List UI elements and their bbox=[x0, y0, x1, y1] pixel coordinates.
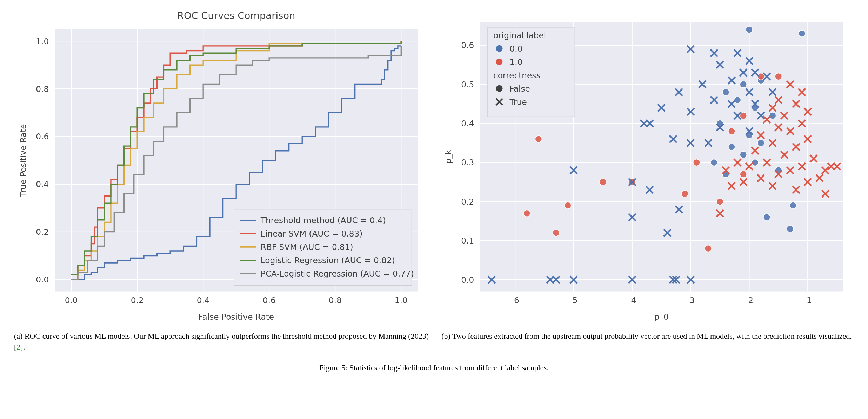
svg-text:1.0: 1.0 bbox=[395, 295, 408, 305]
svg-text:ROC Curves Comparison: ROC Curves Comparison bbox=[177, 10, 295, 21]
svg-point-263 bbox=[496, 59, 502, 65]
svg-point-266 bbox=[496, 85, 502, 92]
subfigure-a-text-prefix: ROC curve of various ML models. Our ML a… bbox=[14, 332, 429, 352]
svg-point-73 bbox=[734, 97, 741, 103]
svg-text:PCA-Logistic Regression (AUC =: PCA-Logistic Regression (AUC = 0.77) bbox=[261, 269, 414, 278]
svg-point-85 bbox=[790, 202, 796, 209]
svg-point-97 bbox=[553, 230, 559, 236]
svg-point-81 bbox=[752, 159, 759, 166]
figure-number: Figure 5: bbox=[319, 363, 347, 372]
svg-point-95 bbox=[523, 210, 530, 217]
svg-point-78 bbox=[757, 140, 764, 146]
svg-text:0.0: 0.0 bbox=[36, 275, 49, 284]
svg-point-69 bbox=[799, 30, 805, 37]
figure-caption-text: Statistics of log-likelihood features fr… bbox=[349, 363, 549, 372]
svg-point-93 bbox=[600, 179, 606, 185]
svg-text:0.5: 0.5 bbox=[461, 80, 474, 89]
svg-point-89 bbox=[775, 73, 782, 80]
svg-point-102 bbox=[740, 171, 747, 178]
svg-point-101 bbox=[693, 159, 700, 166]
svg-text:0.2: 0.2 bbox=[461, 197, 474, 206]
svg-text:1.0: 1.0 bbox=[36, 36, 49, 46]
svg-text:p_0: p_0 bbox=[654, 312, 669, 321]
svg-text:False: False bbox=[510, 84, 530, 93]
svg-text:-2: -2 bbox=[745, 295, 753, 305]
roc-chart: 0.00.20.40.60.81.00.00.20.40.60.81.0ROC … bbox=[14, 7, 429, 326]
svg-text:Threshold method (AUC = 0.4): Threshold method (AUC = 0.4) bbox=[260, 215, 386, 225]
svg-text:-4: -4 bbox=[628, 295, 636, 305]
svg-point-75 bbox=[769, 112, 776, 119]
svg-point-90 bbox=[740, 112, 747, 119]
subfigure-a-caption: (a) ROC curve of various ML models. Our … bbox=[14, 331, 429, 353]
svg-text:1.0: 1.0 bbox=[510, 57, 523, 67]
subfigure-b-caption: (b) Two features extracted from the upst… bbox=[441, 331, 852, 342]
figure-row: 0.00.20.40.60.81.00.00.20.40.60.81.0ROC … bbox=[14, 7, 854, 353]
svg-text:0.6: 0.6 bbox=[36, 132, 49, 141]
svg-text:0.6: 0.6 bbox=[263, 295, 276, 305]
svg-point-92 bbox=[535, 136, 542, 142]
svg-point-71 bbox=[740, 81, 747, 88]
svg-text:0.2: 0.2 bbox=[36, 227, 49, 237]
svg-text:-1: -1 bbox=[804, 295, 812, 305]
svg-text:0.4: 0.4 bbox=[461, 119, 474, 128]
subfigure-a-text-suffix: ]. bbox=[20, 342, 25, 351]
svg-text:original label: original label bbox=[493, 31, 546, 40]
svg-point-98 bbox=[681, 191, 688, 197]
svg-text:0.8: 0.8 bbox=[329, 295, 342, 305]
svg-text:0.8: 0.8 bbox=[36, 84, 49, 94]
svg-point-88 bbox=[757, 73, 764, 80]
subfigure-b-label: (b) bbox=[441, 332, 450, 340]
svg-text:0.0: 0.0 bbox=[65, 295, 78, 305]
svg-text:0.0: 0.0 bbox=[461, 275, 474, 285]
svg-point-91 bbox=[728, 128, 735, 134]
citation-link-2[interactable]: 2 bbox=[16, 342, 20, 351]
subfigure-a-label: (a) bbox=[14, 332, 22, 340]
svg-text:0.0: 0.0 bbox=[510, 44, 523, 53]
svg-text:-3: -3 bbox=[687, 295, 695, 305]
svg-point-261 bbox=[496, 45, 502, 52]
svg-text:0.4: 0.4 bbox=[197, 295, 210, 305]
svg-text:0.1: 0.1 bbox=[461, 236, 474, 245]
svg-point-99 bbox=[705, 245, 712, 252]
svg-point-86 bbox=[763, 214, 770, 220]
svg-text:RBF SVM (AUC = 0.81): RBF SVM (AUC = 0.81) bbox=[261, 242, 353, 252]
figure-main-caption: Figure 5: Statistics of log-likelihood f… bbox=[14, 363, 854, 372]
svg-text:correctness: correctness bbox=[493, 71, 540, 80]
svg-text:0.3: 0.3 bbox=[461, 158, 474, 167]
svg-text:0.6: 0.6 bbox=[461, 40, 474, 50]
svg-point-87 bbox=[787, 226, 794, 232]
svg-text:-6: -6 bbox=[511, 295, 519, 305]
subfigure-b-text: Two features extracted from the upstream… bbox=[452, 332, 852, 340]
svg-text:0.4: 0.4 bbox=[36, 179, 49, 189]
svg-text:-5: -5 bbox=[569, 295, 577, 305]
svg-text:p_k: p_k bbox=[443, 149, 453, 164]
svg-text:False Positive Rate: False Positive Rate bbox=[198, 312, 274, 321]
scatter-plot-panel: -6-5-4-3-2-10.00.10.20.30.40.50.6p_0p_ko… bbox=[439, 7, 854, 326]
svg-text:Logistic Regression (AUC = 0.8: Logistic Regression (AUC = 0.82) bbox=[261, 255, 395, 265]
svg-point-80 bbox=[740, 151, 747, 158]
svg-point-96 bbox=[565, 202, 571, 209]
svg-point-79 bbox=[728, 144, 735, 150]
svg-point-72 bbox=[722, 89, 729, 95]
svg-point-100 bbox=[717, 198, 723, 205]
subfigure-a: 0.00.20.40.60.81.00.00.20.40.60.81.0ROC … bbox=[14, 7, 429, 353]
svg-text:True Positive Rate: True Positive Rate bbox=[18, 124, 28, 197]
roc-plot-panel: 0.00.20.40.60.81.00.00.20.40.60.81.0ROC … bbox=[14, 7, 429, 326]
svg-point-82 bbox=[711, 159, 717, 166]
scatter-chart: -6-5-4-3-2-10.00.10.20.30.40.50.6p_0p_ko… bbox=[439, 7, 854, 326]
svg-point-68 bbox=[746, 26, 753, 33]
svg-text:0.2: 0.2 bbox=[131, 295, 144, 305]
subfigure-b: -6-5-4-3-2-10.00.10.20.30.40.50.6p_0p_ko… bbox=[439, 7, 854, 341]
svg-text:True: True bbox=[509, 97, 527, 107]
svg-text:Linear SVM (AUC = 0.83): Linear SVM (AUC = 0.83) bbox=[261, 229, 363, 238]
